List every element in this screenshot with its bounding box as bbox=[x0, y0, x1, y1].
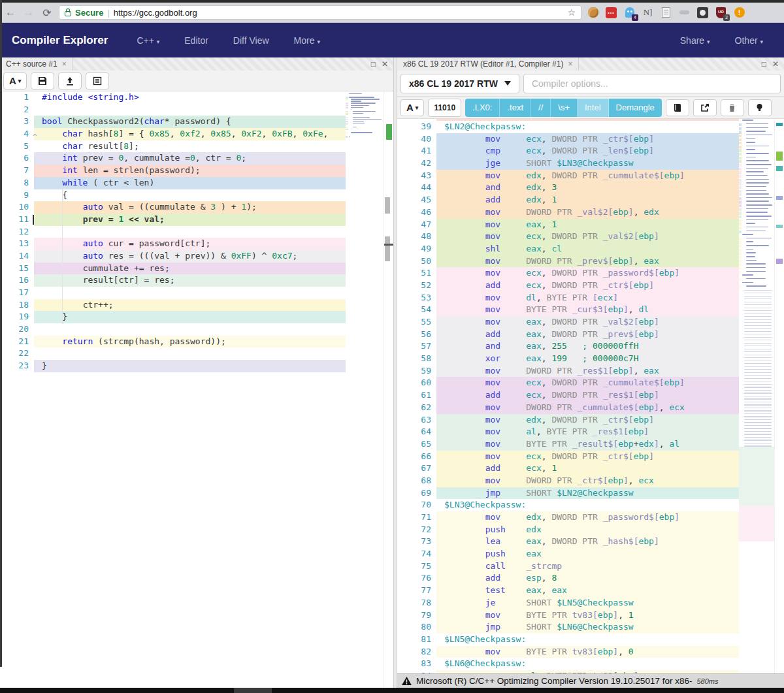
source-line[interactable]: 18 ctr++; bbox=[0, 299, 393, 312]
line-content[interactable]: mov BYTE PTR tv83[ebp], 1 bbox=[436, 609, 739, 622]
line-content[interactable] bbox=[34, 226, 346, 238]
line-number[interactable]: 79 bbox=[397, 609, 436, 622]
line-number[interactable]: 51 bbox=[397, 267, 436, 280]
forward-button[interactable]: → bbox=[22, 7, 35, 18]
line-number[interactable]: 39 bbox=[397, 121, 436, 133]
asm-line[interactable]: 82 mov BYTE PTR tv83[ebp], 0 bbox=[397, 646, 784, 658]
asm-line[interactable]: 52 add ecx, DWORD PTR _ctr$[ebp] bbox=[397, 280, 784, 292]
back-button[interactable]: ← bbox=[4, 7, 17, 18]
line-content[interactable]: test eax, eax bbox=[436, 585, 739, 597]
asm-line[interactable]: 50 mov DWORD PTR _prev$[ebp], eax bbox=[397, 255, 784, 268]
line-number[interactable]: 60 bbox=[397, 377, 436, 389]
asm-line[interactable]: 56 add eax, DWORD PTR _prev$[ebp] bbox=[397, 329, 784, 341]
source-line[interactable]: 20 bbox=[0, 323, 393, 336]
line-number[interactable]: 65 bbox=[397, 438, 436, 451]
line-content[interactable]: mov ecx, DWORD PTR _val$2[ebp] bbox=[436, 231, 739, 243]
source-line[interactable]: 23} bbox=[0, 360, 393, 372]
line-content[interactable]: mov edx, DWORD PTR _password$[ebp] bbox=[436, 511, 739, 524]
alert-extension-icon[interactable]: ! bbox=[733, 7, 745, 19]
line-number[interactable]: 8 bbox=[0, 177, 34, 189]
line-content[interactable] bbox=[34, 323, 346, 336]
line-content[interactable]: add edx, 1 bbox=[436, 194, 739, 206]
line-number[interactable]: 20 bbox=[0, 323, 34, 336]
source-line[interactable]: 2 bbox=[0, 104, 393, 116]
line-number[interactable]: 49 bbox=[397, 243, 436, 255]
line-content[interactable]: and eax, 255 ; 000000ffH bbox=[436, 340, 739, 353]
line-number[interactable]: 84 bbox=[397, 670, 436, 673]
line-number[interactable]: 12 bbox=[0, 226, 34, 238]
line-content[interactable]: mov al, BYTE PTR _res$1[ebp] bbox=[436, 426, 739, 438]
line-number[interactable]: 4 bbox=[0, 128, 34, 140]
line-content[interactable]: xor eax, 199 ; 000000c7H bbox=[436, 353, 739, 365]
asm-line[interactable]: 73 lea eax, DWORD PTR _hash$[ebp] bbox=[397, 536, 784, 548]
line-number[interactable]: 52 bbox=[397, 280, 436, 292]
line-content[interactable]: lea eax, DWORD PTR _hash$[ebp] bbox=[436, 536, 739, 548]
line-number[interactable]: 1 bbox=[0, 91, 34, 104]
line-content[interactable]: char hash[8] = { 0x85, 0xf2, 0x85, 0xF2,… bbox=[34, 128, 346, 140]
nav-share-menu[interactable]: Share ▾ bbox=[680, 35, 710, 46]
source-line[interactable]: 19 } bbox=[0, 311, 393, 323]
asm-line[interactable]: 53 mov dl, BYTE PTR [ecx] bbox=[397, 292, 784, 304]
line-number[interactable]: 70 bbox=[397, 499, 436, 511]
line-number[interactable]: 45 bbox=[397, 194, 436, 206]
asm-line[interactable]: 80 jmp SHORT $LN6@Checkpassw bbox=[397, 621, 784, 634]
asm-line[interactable]: 62 mov DWORD PTR _cummulate$[ebp], ecx bbox=[397, 402, 784, 414]
asm-line[interactable]: 45 add edx, 1 bbox=[397, 194, 784, 206]
libraries-button[interactable] bbox=[666, 99, 689, 116]
line-number[interactable]: 6 bbox=[0, 152, 34, 165]
line-content[interactable]: while ( ctr < len) bbox=[34, 177, 346, 189]
line-number[interactable]: 44 bbox=[397, 182, 436, 194]
line-content[interactable]: auto cur = password[ctr]; bbox=[34, 238, 346, 250]
line-content[interactable]: mov DWORD PTR _prev$[ebp], eax bbox=[436, 255, 739, 268]
filter-comments[interactable]: // bbox=[531, 99, 551, 117]
compiler-options-input[interactable] bbox=[523, 74, 781, 93]
line-number[interactable]: 55 bbox=[397, 316, 436, 329]
line-content[interactable]: jge SHORT $LN3@Checkpassw bbox=[436, 157, 739, 170]
nav-other-menu[interactable]: Other ▾ bbox=[735, 35, 763, 46]
line-content[interactable]: push edx bbox=[436, 524, 739, 536]
asm-line[interactable]: 81$LN5@Checkpassw: bbox=[397, 634, 784, 646]
line-content[interactable] bbox=[34, 347, 346, 360]
line-content[interactable]: $LN6@Checkpassw: bbox=[436, 658, 739, 670]
line-number[interactable]: 75 bbox=[397, 560, 436, 573]
filter-whitespace[interactable]: \s+ bbox=[551, 99, 578, 117]
asm-line[interactable]: 47 mov eax, 1 bbox=[397, 219, 784, 231]
compiler-select[interactable]: x86 CL 19 2017 RTW bbox=[400, 74, 519, 93]
line-number[interactable]: 73 bbox=[397, 536, 436, 548]
reload-button[interactable]: ⟳ bbox=[41, 7, 54, 19]
line-number[interactable]: 63 bbox=[397, 414, 436, 427]
line-content[interactable] bbox=[34, 287, 346, 299]
line-content[interactable]: add esp, 8 bbox=[436, 572, 739, 585]
line-number[interactable]: 64 bbox=[397, 426, 436, 438]
bookmark-star-icon[interactable]: ☆ bbox=[567, 7, 576, 18]
asm-line[interactable]: 75 call _strcmp bbox=[397, 560, 784, 573]
line-content[interactable]: add ecx, 1 bbox=[436, 462, 739, 475]
line-number[interactable]: 11 bbox=[0, 214, 34, 226]
line-number[interactable]: 47 bbox=[397, 219, 436, 231]
address-bar[interactable]: Secure | https://gcc.godbolt.org ☆ bbox=[59, 5, 581, 20]
line-number[interactable]: 81 bbox=[397, 634, 436, 646]
line-number[interactable]: 50 bbox=[397, 255, 436, 268]
line-number[interactable]: 57 bbox=[397, 340, 436, 353]
asm-line[interactable]: 55 mov eax, DWORD PTR _val$2[ebp] bbox=[397, 316, 784, 329]
source-line[interactable]: 1#include <string.h> bbox=[0, 91, 393, 104]
line-number[interactable]: 15 bbox=[0, 263, 34, 275]
line-content[interactable]: mov eax, 1 bbox=[436, 219, 739, 231]
asm-line[interactable]: 64 mov al, BYTE PTR _res$1[ebp] bbox=[397, 426, 784, 438]
line-content[interactable]: $LN2@Checkpassw: bbox=[436, 121, 739, 133]
asm-line[interactable]: 48 mov ecx, DWORD PTR _val$2[ebp] bbox=[397, 231, 784, 243]
asm-line[interactable]: 66 mov ecx, DWORD PTR _ctr$[ebp] bbox=[397, 451, 784, 463]
asm-line[interactable]: 76 add esp, 8 bbox=[397, 572, 784, 585]
line-content[interactable]: mov BYTE PTR _cur$3[ebp], dl bbox=[436, 304, 739, 316]
line-number[interactable]: 41 bbox=[397, 145, 436, 157]
line-content[interactable]: mov ecx, DWORD PTR _ctr$[ebp] bbox=[436, 133, 739, 146]
line-number[interactable]: 42 bbox=[397, 157, 436, 170]
line-content[interactable]: $LN3@Checkpassw: bbox=[436, 499, 739, 511]
line-content[interactable]: jmp SHORT $LN6@Checkpassw bbox=[436, 621, 739, 634]
asm-line[interactable]: 67 add ecx, 1 bbox=[397, 462, 784, 475]
line-content[interactable]: cummulate += res; bbox=[34, 263, 346, 275]
source-line[interactable]: 21 return (strcmp(hash, password)); bbox=[0, 336, 393, 348]
line-number[interactable]: 16 bbox=[0, 274, 34, 287]
source-line[interactable]: 11 prev = 1 << val; bbox=[0, 214, 393, 226]
line-number[interactable]: 43 bbox=[397, 170, 436, 182]
